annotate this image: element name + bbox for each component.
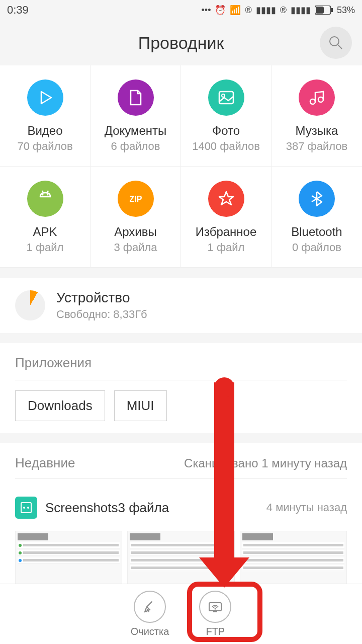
ftp-label: FTP [206, 626, 225, 637]
doc-icon [118, 79, 154, 116]
svg-rect-1 [316, 7, 324, 14]
app-header: Проводник [0, 20, 362, 65]
storage-pie-icon [15, 290, 45, 320]
category-label: Видео [27, 124, 62, 138]
svg-point-18 [215, 608, 216, 610]
category-bt[interactable]: Bluetooth 0 файлов [272, 167, 362, 268]
broom-icon [134, 591, 166, 623]
search-button[interactable] [320, 27, 352, 59]
thumbnail[interactable] [240, 531, 347, 586]
recent-item-name: Screenshots3 файла [45, 500, 258, 516]
clean-button[interactable]: Очистка [131, 591, 169, 637]
svg-marker-5 [41, 92, 51, 104]
thumbnail[interactable] [127, 531, 234, 586]
svg-point-16 [27, 507, 29, 509]
star-icon [208, 181, 244, 217]
status-indicators: ••• ⏰ 📶 ® ▮▮▮▮ ® ▮▮▮▮ 53% [202, 5, 355, 16]
category-android[interactable]: APK 1 файл [0, 167, 90, 268]
play-icon [27, 79, 63, 116]
categories-grid: Видео 70 файлов Документы 6 файлов Фото … [0, 65, 362, 268]
storage-free: Свободно: 8,33Гб [56, 308, 147, 321]
category-star[interactable]: Избранное 1 файл [181, 167, 272, 268]
svg-line-4 [338, 45, 342, 49]
screenshots-folder-icon [15, 497, 37, 519]
category-label: Bluetooth [291, 225, 342, 239]
wifi-icon: 📶 [230, 5, 241, 16]
category-image[interactable]: Фото 1400 файлов [181, 65, 272, 167]
thumbnail[interactable] [15, 531, 122, 586]
battery-percent: 53% [337, 5, 355, 16]
category-label: Архивы [114, 225, 157, 239]
category-label: APK [33, 225, 57, 239]
category-label: Фото [212, 124, 240, 138]
recent-item-time: 4 минуты назад [266, 501, 347, 514]
page-title: Проводник [138, 33, 224, 53]
svg-marker-13 [219, 192, 233, 205]
category-count: 3 файла [114, 241, 157, 254]
registered-icon: ® [245, 5, 251, 16]
signal-icon: ▮▮▮▮ [256, 5, 276, 16]
svg-point-15 [23, 507, 25, 509]
recent-thumbnails [15, 531, 347, 586]
signal-icon-2: ▮▮▮▮ [291, 5, 311, 16]
category-count: 1400 файлов [192, 140, 260, 153]
music-icon [299, 79, 335, 116]
svg-point-3 [330, 37, 339, 46]
apps-section: Приложения DownloadsMIUI [0, 343, 362, 433]
svg-point-9 [318, 97, 323, 102]
svg-text:ZIP: ZIP [129, 195, 142, 203]
status-bar: 0:39 ••• ⏰ 📶 ® ▮▮▮▮ ® ▮▮▮▮ 53% [0, 0, 362, 20]
category-count: 1 файл [208, 241, 245, 254]
recent-item[interactable]: Screenshots3 файла 4 минуты назад [15, 489, 347, 527]
category-play[interactable]: Видео 70 файлов [0, 65, 90, 167]
recent-scan-time: Сканировано 1 минуту назад [184, 456, 347, 470]
app-chip[interactable]: MIUI [114, 390, 167, 421]
category-zip[interactable]: ZIP Архивы 3 файла [90, 167, 181, 268]
apps-chips: DownloadsMIUI [15, 390, 347, 421]
category-label: Избранное [196, 225, 257, 239]
recent-title: Недавние [15, 455, 75, 471]
more-icon: ••• [202, 5, 211, 16]
ftp-button[interactable]: FTP [199, 591, 231, 637]
category-count: 0 файлов [292, 241, 341, 254]
search-icon [328, 35, 343, 50]
category-count: 1 файл [27, 241, 64, 254]
recent-section: Недавние Сканировано 1 минуту назад Scre… [0, 443, 362, 598]
clean-label: Очистка [131, 626, 169, 637]
svg-rect-14 [21, 503, 31, 513]
svg-rect-2 [331, 8, 333, 12]
zip-icon: ZIP [118, 181, 154, 217]
battery-icon [315, 6, 333, 15]
category-label: Документы [105, 124, 167, 138]
svg-point-7 [222, 94, 225, 97]
svg-point-11 [47, 194, 48, 196]
category-music[interactable]: Музыка 387 файлов [272, 65, 362, 167]
android-icon [27, 181, 63, 217]
apps-title: Приложения [15, 355, 347, 371]
status-time: 0:39 [7, 4, 29, 17]
category-count: 6 файлов [111, 140, 160, 153]
svg-point-10 [42, 194, 43, 196]
ftp-icon [199, 591, 231, 623]
image-icon [208, 79, 244, 116]
app-chip[interactable]: Downloads [15, 390, 105, 421]
category-label: Музыка [296, 124, 338, 138]
category-count: 70 файлов [17, 140, 72, 153]
storage-row[interactable]: Устройство Свободно: 8,33Гб [0, 278, 362, 333]
category-count: 387 файлов [286, 140, 347, 153]
registered-icon-2: ® [280, 5, 287, 16]
alarm-icon: ⏰ [215, 5, 226, 16]
bt-icon [299, 181, 335, 217]
bottom-toolbar: Очистка FTP [0, 584, 362, 644]
svg-point-8 [310, 99, 315, 104]
storage-title: Устройство [56, 290, 147, 306]
category-doc[interactable]: Документы 6 файлов [90, 65, 181, 167]
